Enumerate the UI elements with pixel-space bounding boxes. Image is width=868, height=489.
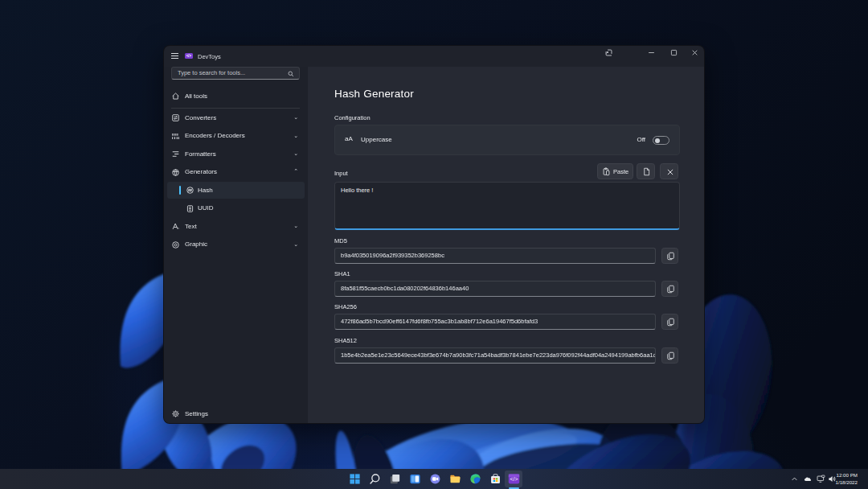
svg-text:</>: </> <box>510 476 518 482</box>
